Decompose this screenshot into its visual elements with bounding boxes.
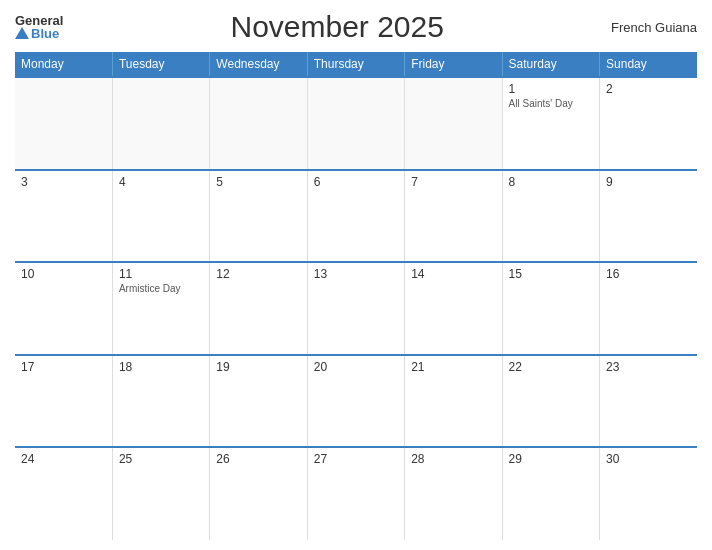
- day-number: 26: [216, 452, 300, 466]
- calendar-week-row: 17181920212223: [15, 355, 697, 448]
- calendar-cell: 1All Saints' Day: [502, 77, 599, 170]
- region-label: French Guiana: [611, 20, 697, 35]
- day-number: 14: [411, 267, 495, 281]
- col-header-sunday: Sunday: [600, 52, 697, 77]
- col-header-friday: Friday: [405, 52, 502, 77]
- day-number: 3: [21, 175, 106, 189]
- day-number: 18: [119, 360, 203, 374]
- day-number: 8: [509, 175, 593, 189]
- day-number: 16: [606, 267, 691, 281]
- day-number: 22: [509, 360, 593, 374]
- calendar-week-row: 24252627282930: [15, 447, 697, 540]
- day-number: 2: [606, 82, 691, 96]
- day-number: 11: [119, 267, 203, 281]
- holiday-label: All Saints' Day: [509, 98, 593, 109]
- holiday-label: Armistice Day: [119, 283, 203, 294]
- calendar-cell: 21: [405, 355, 502, 448]
- col-header-tuesday: Tuesday: [112, 52, 209, 77]
- calendar-cell: 20: [307, 355, 404, 448]
- calendar-header-row: MondayTuesdayWednesdayThursdayFridaySatu…: [15, 52, 697, 77]
- calendar-cell: 11Armistice Day: [112, 262, 209, 355]
- day-number: 25: [119, 452, 203, 466]
- calendar-cell: 30: [600, 447, 697, 540]
- day-number: 7: [411, 175, 495, 189]
- calendar-cell: 19: [210, 355, 307, 448]
- calendar-table: MondayTuesdayWednesdayThursdayFridaySatu…: [15, 52, 697, 540]
- day-number: 9: [606, 175, 691, 189]
- calendar-cell: 3: [15, 170, 112, 263]
- calendar-cell: [405, 77, 502, 170]
- calendar-cell: 27: [307, 447, 404, 540]
- day-number: 21: [411, 360, 495, 374]
- calendar-cell: 9: [600, 170, 697, 263]
- day-number: 24: [21, 452, 106, 466]
- day-number: 30: [606, 452, 691, 466]
- calendar-cell: 7: [405, 170, 502, 263]
- day-number: 20: [314, 360, 398, 374]
- calendar-cell: 4: [112, 170, 209, 263]
- calendar-cell: 13: [307, 262, 404, 355]
- calendar-cell: 5: [210, 170, 307, 263]
- calendar-cell: 2: [600, 77, 697, 170]
- day-number: 1: [509, 82, 593, 96]
- day-number: 10: [21, 267, 106, 281]
- logo-triangle-icon: [15, 27, 29, 39]
- col-header-saturday: Saturday: [502, 52, 599, 77]
- day-number: 15: [509, 267, 593, 281]
- day-number: 19: [216, 360, 300, 374]
- calendar-week-row: 1011Armistice Day1213141516: [15, 262, 697, 355]
- calendar-cell: 17: [15, 355, 112, 448]
- day-number: 12: [216, 267, 300, 281]
- calendar-cell: 18: [112, 355, 209, 448]
- day-number: 23: [606, 360, 691, 374]
- calendar-cell: 15: [502, 262, 599, 355]
- calendar-cell: 6: [307, 170, 404, 263]
- day-number: 6: [314, 175, 398, 189]
- calendar-cell: 29: [502, 447, 599, 540]
- calendar-week-row: 1All Saints' Day2: [15, 77, 697, 170]
- calendar-cell: 12: [210, 262, 307, 355]
- calendar-cell: 10: [15, 262, 112, 355]
- calendar-cell: 23: [600, 355, 697, 448]
- logo: General Blue: [15, 14, 63, 40]
- day-number: 4: [119, 175, 203, 189]
- day-number: 13: [314, 267, 398, 281]
- day-number: 27: [314, 452, 398, 466]
- calendar-cell: [112, 77, 209, 170]
- col-header-thursday: Thursday: [307, 52, 404, 77]
- day-number: 17: [21, 360, 106, 374]
- calendar-cell: [210, 77, 307, 170]
- calendar-cell: 22: [502, 355, 599, 448]
- calendar-cell: 25: [112, 447, 209, 540]
- calendar-cell: 26: [210, 447, 307, 540]
- calendar-week-row: 3456789: [15, 170, 697, 263]
- calendar-cell: 24: [15, 447, 112, 540]
- day-number: 5: [216, 175, 300, 189]
- col-header-monday: Monday: [15, 52, 112, 77]
- calendar-cell: 8: [502, 170, 599, 263]
- page-header: General Blue November 2025 French Guiana: [15, 10, 697, 44]
- day-number: 28: [411, 452, 495, 466]
- calendar-cell: 14: [405, 262, 502, 355]
- calendar-cell: [307, 77, 404, 170]
- calendar-cell: 16: [600, 262, 697, 355]
- day-number: 29: [509, 452, 593, 466]
- calendar-cell: 28: [405, 447, 502, 540]
- calendar-title: November 2025: [230, 10, 443, 44]
- calendar-cell: [15, 77, 112, 170]
- logo-blue-text: Blue: [15, 27, 59, 40]
- col-header-wednesday: Wednesday: [210, 52, 307, 77]
